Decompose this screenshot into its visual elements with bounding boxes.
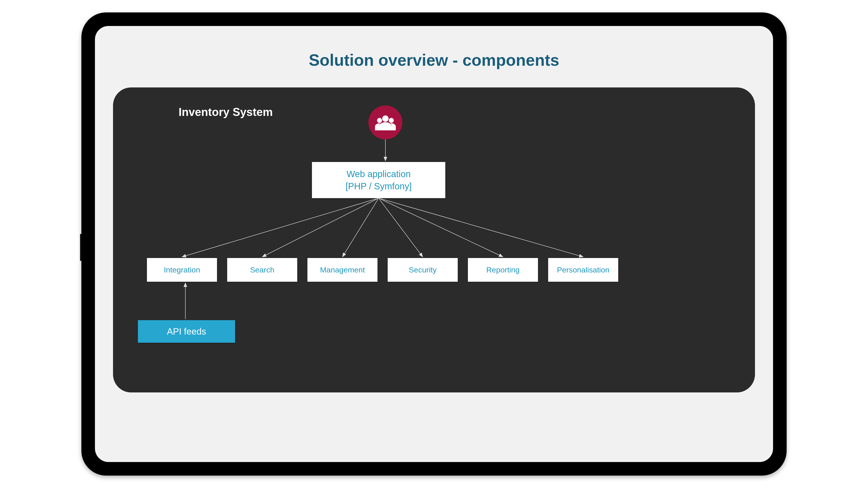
module-personalisation: Personalisation (548, 258, 618, 282)
module-search: Search (227, 258, 297, 282)
module-integration: Integration (147, 258, 217, 282)
users-icon (368, 105, 402, 139)
webapp-line2: [PHP / Symfony] (346, 180, 412, 192)
svg-point-0 (382, 116, 389, 122)
svg-line-10 (379, 198, 583, 257)
svg-line-6 (262, 198, 379, 257)
svg-line-7 (342, 198, 379, 257)
inventory-system-panel: Inventory System (113, 88, 755, 392)
page-title: Solution overview - components (113, 51, 755, 69)
webapp-line1: Web application (346, 168, 411, 180)
tablet-screen: Solution overview - components Inventory… (95, 26, 773, 462)
module-management: Management (307, 258, 377, 282)
module-security: Security (388, 258, 458, 282)
svg-line-5 (182, 198, 379, 257)
module-reporting: Reporting (468, 258, 538, 282)
tablet-frame: Solution overview - components Inventory… (81, 12, 786, 476)
web-application-box: Web application [PHP / Symfony] (312, 162, 445, 198)
diagram-arrows (113, 88, 755, 392)
svg-point-1 (377, 118, 382, 123)
modules-row: Integration Search Management Security R… (147, 258, 741, 282)
api-feeds-box: API feeds (138, 320, 235, 343)
svg-line-8 (379, 198, 423, 257)
svg-point-2 (389, 118, 394, 123)
panel-heading: Inventory System (179, 105, 273, 119)
svg-line-9 (379, 198, 503, 257)
